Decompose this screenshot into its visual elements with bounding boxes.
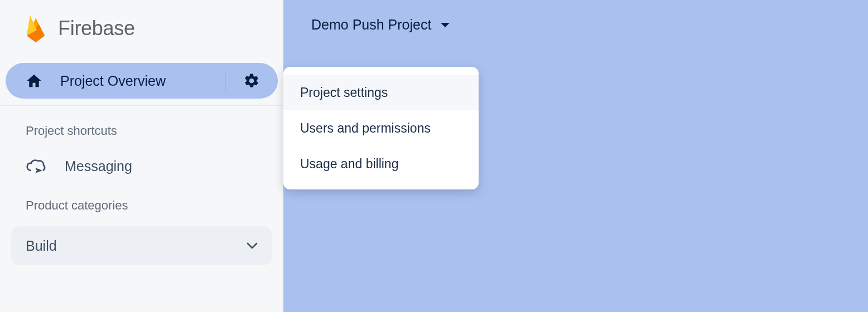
chevron-down-icon <box>247 242 258 249</box>
sidebar-item-label: Messaging <box>65 158 132 174</box>
dropdown-triangle-icon <box>440 22 450 28</box>
expand-toggle[interactable] <box>247 242 258 249</box>
home-icon <box>26 72 42 89</box>
settings-gear-button[interactable] <box>225 63 278 99</box>
menu-item-label: Usage and billing <box>300 157 398 172</box>
main-content: Demo Push Project Project settings Users… <box>283 0 868 312</box>
sidebar-categories-section: Product categories Build <box>0 182 283 265</box>
category-label: Build <box>26 238 57 254</box>
firebase-logo[interactable]: Firebase <box>25 13 135 43</box>
gear-icon <box>243 72 260 89</box>
project-overview-section: Project Overview <box>0 56 283 106</box>
firebase-flame-icon <box>25 13 47 43</box>
sidebar-header: Firebase <box>0 0 283 56</box>
firebase-wordmark: Firebase <box>58 17 135 40</box>
cloud-send-icon <box>26 158 46 174</box>
menu-item-users-permissions[interactable]: Users and permissions <box>283 110 479 146</box>
project-selector[interactable]: Demo Push Project <box>311 17 450 33</box>
menu-item-usage-billing[interactable]: Usage and billing <box>283 146 479 182</box>
categories-heading: Product categories <box>0 198 283 213</box>
menu-item-label: Users and permissions <box>300 121 431 136</box>
project-overview-label: Project Overview <box>60 73 166 89</box>
sidebar: Firebase Project Overview Project shortc… <box>0 0 283 312</box>
category-build[interactable]: Build <box>11 226 272 265</box>
project-name: Demo Push Project <box>311 17 431 33</box>
sidebar-item-messaging[interactable]: Messaging <box>0 150 283 182</box>
project-overview-nav[interactable]: Project Overview <box>6 63 278 99</box>
menu-item-project-settings[interactable]: Project settings <box>283 75 479 110</box>
shortcuts-heading: Project shortcuts <box>0 124 283 138</box>
menu-item-label: Project settings <box>300 85 388 100</box>
sidebar-shortcuts-section: Project shortcuts Messaging <box>0 106 283 182</box>
settings-dropdown-menu: Project settings Users and permissions U… <box>283 67 479 189</box>
